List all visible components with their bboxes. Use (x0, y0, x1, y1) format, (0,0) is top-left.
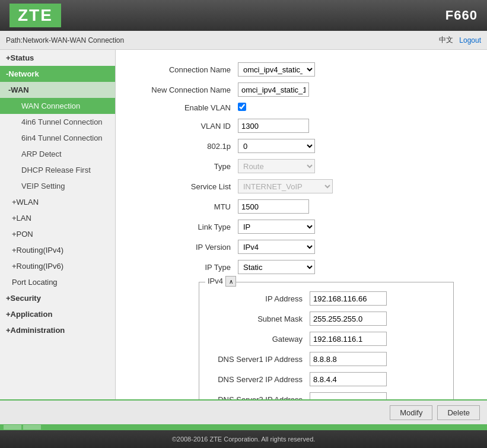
path-bar: Path:Network-WAN-WAN Connection 中文 Logou… (0, 31, 487, 50)
subnet-mask-label: Subnet Mask (211, 309, 306, 329)
ipv4-form-table: IP Address Subnet Mask (211, 288, 459, 399)
mtu-value (234, 196, 475, 217)
sidebar-item-port-locating[interactable]: Port Locating (0, 274, 115, 290)
mtu-input[interactable] (238, 199, 309, 214)
header: ZTE F660 (0, 0, 487, 31)
modify-button[interactable]: Modify (390, 405, 432, 420)
link-type-label: Link Type (128, 217, 234, 237)
dns2-label: DNS Server2 IP Address (211, 369, 306, 389)
dns3-input[interactable] (310, 392, 387, 399)
sidebar-item-lan[interactable]: +LAN (0, 210, 115, 226)
gateway-row: Gateway (211, 329, 459, 349)
vlan-id-value (234, 116, 475, 136)
dot1p-row: 802.1p 0 123 4567 (128, 136, 475, 156)
ip-address-label: IP Address (211, 288, 306, 309)
ip-version-row: IP Version IPv4 IPv6 (128, 237, 475, 257)
enable-vlan-value (234, 100, 475, 116)
sidebar-item-veip[interactable]: VEIP Setting (0, 178, 115, 194)
sidebar-item-6in4[interactable]: 6in4 Tunnel Connection (0, 130, 115, 146)
lang-switch[interactable]: 中文 (439, 35, 453, 45)
ip-type-value: Static DHCP (234, 257, 475, 277)
type-select[interactable]: Route Bridge (238, 159, 315, 173)
copyright-bar: ©2008-2016 ZTE Corporation. All rights r… (0, 430, 487, 448)
gateway-label: Gateway (211, 329, 306, 349)
footer-area: Modify Delete (0, 399, 487, 424)
link-type-select[interactable]: IP PPPoE (238, 220, 315, 234)
ipv4-section-label: IPv4 (205, 277, 225, 285)
sidebar-item-security[interactable]: +Security (0, 290, 115, 306)
subnet-mask-value (306, 309, 459, 329)
service-list-row: Service List INTERNET_VoIP (128, 176, 475, 196)
ip-address-row: IP Address (211, 288, 459, 309)
service-list-value: INTERNET_VoIP (234, 176, 475, 196)
sidebar-item-wan-connection[interactable]: WAN Connection (0, 98, 115, 114)
content-area: +Status -Network -WAN WAN Connection 4in… (0, 50, 487, 399)
subnet-mask-row: Subnet Mask (211, 309, 459, 329)
ip-type-select[interactable]: Static DHCP (238, 260, 315, 274)
gateway-value (306, 329, 459, 349)
logout-link[interactable]: Logout (459, 36, 481, 45)
type-value: Route Bridge (234, 156, 475, 176)
subnet-mask-input[interactable] (310, 312, 387, 326)
new-connection-name-input[interactable] (238, 82, 309, 97)
service-list-select[interactable]: INTERNET_VoIP (238, 179, 333, 193)
sidebar-item-network[interactable]: -Network (0, 66, 115, 82)
dns2-row: DNS Server2 IP Address (211, 369, 459, 389)
sidebar-item-wan[interactable]: -WAN (0, 82, 115, 98)
dns3-row: DNS Server3 IP Address (211, 389, 459, 399)
sidebar-item-application[interactable]: +Application (0, 306, 115, 322)
delete-button[interactable]: Delete (437, 405, 480, 420)
ip-type-row: IP Type Static DHCP (128, 257, 475, 277)
model-label: F660 (445, 8, 478, 23)
sidebar-item-arp[interactable]: ARP Detect (0, 146, 115, 162)
enable-vlan-row: Enable VLAN (128, 100, 475, 116)
new-connection-name-row: New Connection Name (128, 80, 475, 100)
sidebar-item-routing6[interactable]: +Routing(IPv6) (0, 258, 115, 274)
ip-address-value (306, 288, 459, 309)
sidebar-item-4in6[interactable]: 4in6 Tunnel Connection (0, 114, 115, 130)
sidebar-item-status[interactable]: +Status (0, 50, 115, 66)
green-bar-bottom (0, 424, 487, 430)
dns2-input[interactable] (310, 372, 387, 386)
new-connection-name-label: New Connection Name (128, 80, 234, 100)
connection-name-select[interactable]: omci_ipv4_static_1 (238, 62, 315, 77)
enable-vlan-checkbox[interactable] (238, 103, 246, 111)
enable-vlan-label: Enable VLAN (128, 100, 234, 116)
dot1p-value: 0 123 4567 (234, 136, 475, 156)
service-list-label: Service List (128, 176, 234, 196)
vlan-id-row: VLAN ID (128, 116, 475, 136)
mtu-label: MTU (128, 196, 234, 217)
vlan-id-input[interactable] (238, 119, 309, 133)
sidebar-item-dhcp[interactable]: DHCP Release First (0, 162, 115, 178)
dns1-value (306, 349, 459, 369)
sidebar-item-routing4[interactable]: +Routing(IPv4) (0, 242, 115, 258)
sidebar-item-wlan[interactable]: +WLAN (0, 194, 115, 210)
dot1p-select[interactable]: 0 123 4567 (238, 139, 315, 153)
breadcrumb: Path:Network-WAN-WAN Connection (6, 36, 124, 45)
ip-address-input[interactable] (310, 291, 387, 306)
type-label: Type (128, 156, 234, 176)
ip-version-select[interactable]: IPv4 IPv6 (238, 240, 315, 254)
type-row: Type Route Bridge (128, 156, 475, 176)
ipv4-collapse-button[interactable]: ∧ (225, 276, 236, 287)
form-table: Connection Name omci_ipv4_static_1 New C… (128, 59, 475, 277)
gateway-input[interactable] (310, 332, 387, 346)
connection-name-value: omci_ipv4_static_1 (234, 59, 475, 80)
path-actions: 中文 Logout (439, 35, 481, 45)
sidebar-item-administration[interactable]: +Administration (0, 322, 115, 338)
ip-version-value: IPv4 IPv6 (234, 237, 475, 257)
sidebar-item-pon[interactable]: +PON (0, 226, 115, 242)
ip-type-label: IP Type (128, 257, 234, 277)
new-connection-name-value (234, 80, 475, 100)
dns1-label: DNS Server1 IP Address (211, 349, 306, 369)
dns1-input[interactable] (310, 352, 387, 366)
ipv4-section: IPv4 ∧ IP Address Subnet Mask (199, 282, 454, 399)
dot1p-label: 802.1p (128, 136, 234, 156)
copyright-text: ©2008-2016 ZTE Corporation. All rights r… (172, 436, 316, 443)
sidebar: +Status -Network -WAN WAN Connection 4in… (0, 50, 116, 399)
dns3-value (306, 389, 459, 399)
dns3-label: DNS Server3 IP Address (211, 389, 306, 399)
link-type-row: Link Type IP PPPoE (128, 217, 475, 237)
zte-logo: ZTE (9, 4, 61, 27)
vlan-id-label: VLAN ID (128, 116, 234, 136)
